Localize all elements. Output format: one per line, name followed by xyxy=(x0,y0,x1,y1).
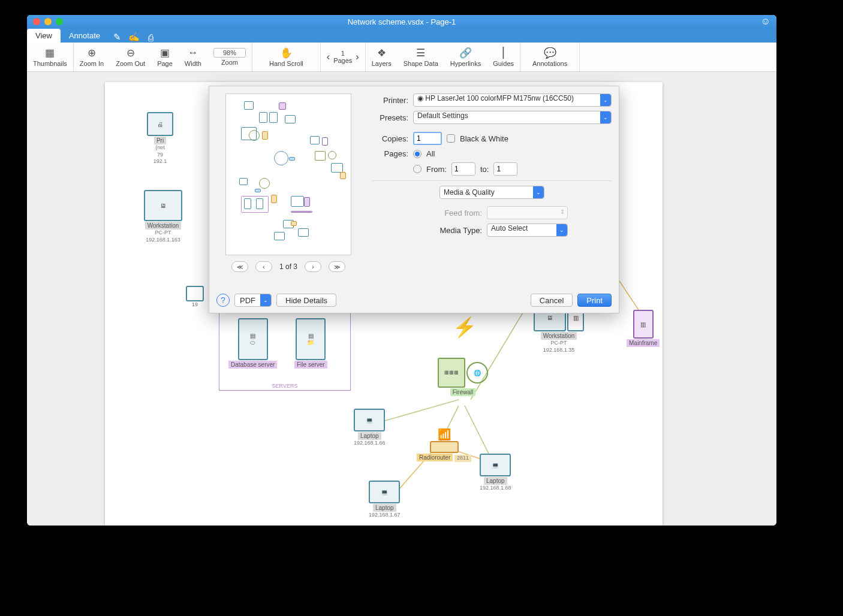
close-button[interactable] xyxy=(33,18,40,25)
shape-data-button[interactable]: ☰Shape Data xyxy=(398,43,444,71)
all-label: All xyxy=(426,149,435,158)
pages-nav: ‹ 1Pages › xyxy=(321,43,365,71)
last-page-button[interactable]: ≫ xyxy=(329,261,345,272)
bw-checkbox[interactable] xyxy=(447,134,455,143)
pages-all-radio[interactable] xyxy=(413,150,422,158)
prev-preview-button[interactable]: ‹ xyxy=(255,261,272,272)
prev-page-button[interactable]: ‹ xyxy=(327,52,330,62)
feed-from-label: Feed from: xyxy=(416,209,482,218)
svg-line-0 xyxy=(375,400,459,424)
from-label: From: xyxy=(426,165,447,174)
media-type-select[interactable]: Auto Select⌄ xyxy=(487,224,568,237)
layers-icon: ❖ xyxy=(377,47,386,59)
thumbnails-button[interactable]: ▦Thumbnails xyxy=(27,43,73,71)
hand-scroll-button[interactable]: ✋Hand Scroll xyxy=(252,43,320,71)
small-workstation-shape[interactable]: 19 xyxy=(186,286,204,309)
server-icon: ▤📁 xyxy=(296,318,326,360)
tab-annotate[interactable]: Annotate xyxy=(61,29,109,43)
printer-label: Printer: xyxy=(372,96,408,105)
pen-icon[interactable]: ✎ xyxy=(109,32,125,43)
annotations-button[interactable]: 💬Annotations xyxy=(520,43,579,71)
printer-shape[interactable]: 🖨 Pri (net 79 192.1 xyxy=(147,112,173,165)
laptop-1-shape[interactable]: 💻 Laptop 192.168.1.66 xyxy=(354,409,386,447)
pdf-button[interactable]: PDF⌄ xyxy=(234,294,272,307)
fit-page-button[interactable]: ▣Page xyxy=(151,43,179,71)
server-icon: ▤⬭ xyxy=(238,318,268,360)
guides-button[interactable]: ⎮Guides xyxy=(487,43,520,71)
cancel-button[interactable]: Cancel xyxy=(531,294,573,307)
next-page-button[interactable]: › xyxy=(356,52,359,62)
chevron-down-icon: ⌄ xyxy=(260,294,271,306)
hide-details-button[interactable]: Hide Details xyxy=(276,294,336,307)
mainframe-icon: ▥ xyxy=(633,310,654,339)
mainframe-shape[interactable]: ▥ Mainframe xyxy=(627,310,660,347)
firewall-icon: ▦▦▦ xyxy=(438,358,465,388)
monitor-icon xyxy=(186,286,204,301)
laptop-2-shape[interactable]: 💻 Laptop 192.168.1.67 xyxy=(369,481,401,519)
zoom-in-icon: ⊕ xyxy=(88,47,96,59)
copies-label: Copies: xyxy=(372,134,408,143)
layers-button[interactable]: ❖Layers xyxy=(366,43,398,71)
presets-select[interactable]: Default Settings⌄ xyxy=(413,111,612,124)
dialog-footer: ? PDF⌄ Hide Details Cancel Print xyxy=(216,294,612,307)
preview-pager: ≪ ‹ 1 of 3 › ≫ xyxy=(216,261,360,272)
copies-input[interactable] xyxy=(413,132,442,145)
toolbar: ▦Thumbnails ⊕Zoom In ⊖Zoom Out ▣Page ↔Wi… xyxy=(27,43,776,72)
laptop-icon: 💻 xyxy=(369,481,400,503)
pages-range-radio[interactable] xyxy=(413,165,422,173)
file-server-shape[interactable]: ▤📁 File server xyxy=(294,318,327,369)
radiorouter-shape[interactable]: 📶 Radiorouter 2811 xyxy=(417,428,471,462)
fit-width-icon: ↔ xyxy=(188,47,198,59)
workstation-1-shape[interactable]: 🖥 Workstation PC-PT 192.168.1.163 xyxy=(144,190,182,243)
globe-icon: 🌐 xyxy=(466,362,488,384)
servers-group[interactable]: ▤⬭ Database server ▤📁 File server SERVER… xyxy=(219,313,351,391)
to-input[interactable] xyxy=(493,162,517,176)
print-preview xyxy=(225,93,351,255)
presets-label: Presets: xyxy=(372,113,408,122)
fit-page-icon: ▣ xyxy=(160,47,170,59)
wifi-icon: 📶 xyxy=(417,428,471,441)
fit-width-button[interactable]: ↔Width xyxy=(179,43,207,71)
printer-select[interactable]: ◉ HP LaserJet 100 colorMFP M175nw (16CC5… xyxy=(413,93,612,107)
zoom-button[interactable] xyxy=(56,18,63,25)
zoom-combo[interactable]: 98%Zoom xyxy=(207,43,252,71)
chevron-down-icon: ⌄ xyxy=(600,111,611,123)
feedback-icon[interactable]: ☺ xyxy=(761,16,770,27)
db-server-shape[interactable]: ▤⬭ Database server xyxy=(228,318,277,369)
print-dialog: ≪ ‹ 1 of 3 › ≫ Printer: ◉ HP LaserJet 10… xyxy=(209,86,619,313)
laptop-icon: 💻 xyxy=(480,454,511,476)
signature-icon[interactable]: ✍ xyxy=(125,32,142,43)
print-options: Printer: ◉ HP LaserJet 100 colorMFP M175… xyxy=(372,93,612,272)
lightning-icon: ⚡ xyxy=(453,316,477,339)
section-select[interactable]: Media & Quality⌄ xyxy=(439,186,544,199)
hyperlinks-icon: 🔗 xyxy=(459,47,472,59)
tab-view[interactable]: View xyxy=(27,29,61,43)
chevron-down-icon: ⌄ xyxy=(533,186,544,198)
laptop-3-shape[interactable]: 💻 Laptop 192.168.1.68 xyxy=(480,454,511,492)
shape-data-icon: ☰ xyxy=(416,47,425,59)
stepper-icon: ⇕ xyxy=(560,209,565,215)
next-preview-button[interactable]: › xyxy=(305,261,321,272)
print-preview-column: ≪ ‹ 1 of 3 › ≫ xyxy=(216,93,360,272)
zoom-out-icon: ⊖ xyxy=(127,47,135,59)
print-button[interactable]: Print xyxy=(577,294,612,307)
titlebar: Network scheme.vsdx - Page-1 ☺ xyxy=(27,15,776,28)
tab-strip: View Annotate ✎ ✍ ⎙ xyxy=(27,28,776,43)
zoom-in-button[interactable]: ⊕Zoom In xyxy=(74,43,110,71)
annotations-icon: 💬 xyxy=(544,47,556,59)
print-icon[interactable]: ⎙ xyxy=(142,32,159,43)
monitor-icon: 🖥 xyxy=(144,190,182,221)
thumbnails-icon: ▦ xyxy=(45,47,55,59)
pages-label: Pages: xyxy=(372,149,408,158)
help-button[interactable]: ? xyxy=(216,294,230,307)
first-page-button[interactable]: ≪ xyxy=(231,261,248,272)
chevron-down-icon: ⌄ xyxy=(600,94,611,106)
from-input[interactable] xyxy=(451,162,475,176)
hyperlinks-button[interactable]: 🔗Hyperlinks xyxy=(444,43,487,71)
servers-group-label: SERVERS xyxy=(219,383,350,389)
minimize-button[interactable] xyxy=(44,18,52,25)
page-indicator: 1 of 3 xyxy=(279,262,297,271)
router-icon xyxy=(430,441,459,453)
firewall-shape[interactable]: ▦▦▦ 🌐 Firewall xyxy=(438,358,488,396)
zoom-out-button[interactable]: ⊖Zoom Out xyxy=(110,43,151,71)
